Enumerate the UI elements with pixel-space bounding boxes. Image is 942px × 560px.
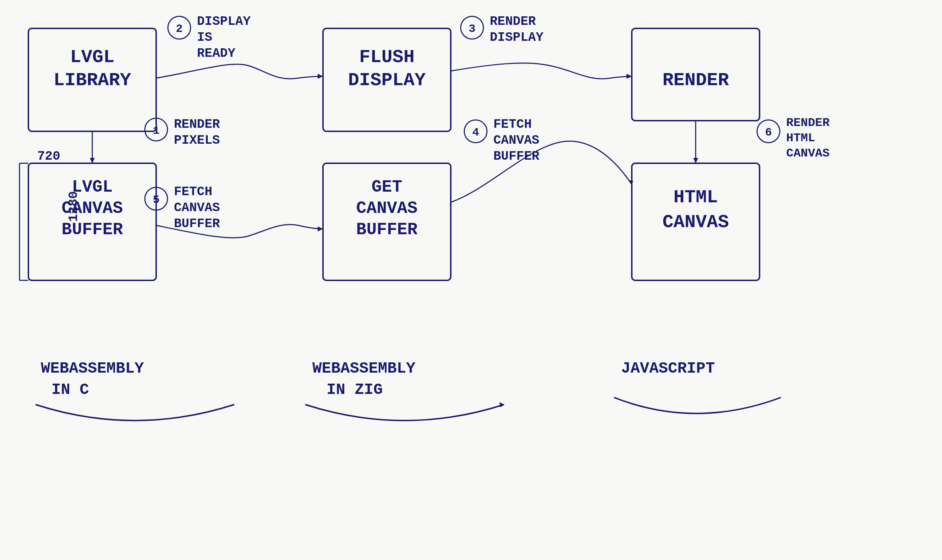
svg-text:LVGL: LVGL bbox=[70, 47, 115, 68]
svg-text:FLUSH: FLUSH bbox=[359, 47, 414, 68]
svg-text:WEBASSEMBLY: WEBASSEMBLY bbox=[312, 360, 416, 377]
diagram-svg: LVGL LIBRARY FLUSH DISPLAY RENDER LVGL C… bbox=[0, 0, 942, 560]
svg-text:BUFFER: BUFFER bbox=[62, 220, 123, 239]
svg-text:READY: READY bbox=[197, 46, 236, 61]
svg-text:PIXELS: PIXELS bbox=[174, 133, 220, 148]
svg-text:CANVAS: CANVAS bbox=[174, 200, 220, 215]
svg-text:DISPLAY: DISPLAY bbox=[490, 30, 544, 45]
svg-text:2: 2 bbox=[176, 22, 182, 35]
svg-text:IN  C: IN C bbox=[51, 381, 89, 398]
svg-text:5: 5 bbox=[152, 194, 159, 206]
diagram-container: LVGL LIBRARY FLUSH DISPLAY RENDER LVGL C… bbox=[0, 0, 942, 560]
svg-text:FETCH: FETCH bbox=[493, 117, 532, 132]
svg-text:FETCH: FETCH bbox=[174, 185, 212, 199]
svg-text:JAVASCRIPT: JAVASCRIPT bbox=[621, 360, 715, 377]
svg-text:RENDER: RENDER bbox=[174, 117, 220, 132]
svg-text:BUFFER: BUFFER bbox=[493, 149, 540, 164]
svg-text:1: 1 bbox=[152, 124, 159, 137]
svg-text:DISPLAY: DISPLAY bbox=[348, 70, 426, 91]
svg-text:RENDER: RENDER bbox=[786, 116, 830, 129]
svg-text:6: 6 bbox=[765, 126, 772, 139]
svg-text:BUFFER: BUFFER bbox=[356, 220, 418, 239]
svg-text:HTML: HTML bbox=[674, 187, 718, 208]
svg-text:CANVAS: CANVAS bbox=[786, 146, 830, 160]
svg-text:CANVAS: CANVAS bbox=[493, 133, 540, 148]
svg-text:LIBRARY: LIBRARY bbox=[54, 70, 131, 91]
svg-text:GET: GET bbox=[372, 177, 402, 197]
svg-text:CANVAS: CANVAS bbox=[356, 199, 418, 218]
svg-text:4: 4 bbox=[472, 126, 479, 139]
svg-text:RENDER: RENDER bbox=[662, 70, 729, 91]
svg-text:WEBASSEMBLY: WEBASSEMBLY bbox=[41, 360, 144, 377]
svg-text:IN ZIG: IN ZIG bbox=[326, 381, 383, 398]
svg-text:RENDER: RENDER bbox=[490, 14, 536, 29]
svg-text:3: 3 bbox=[468, 22, 475, 35]
svg-text:1280: 1280 bbox=[66, 191, 81, 222]
svg-text:BUFFER: BUFFER bbox=[174, 217, 220, 231]
svg-text:720: 720 bbox=[37, 149, 60, 164]
svg-text:DISPLAY: DISPLAY bbox=[197, 14, 251, 29]
svg-text:IS: IS bbox=[197, 30, 212, 45]
svg-text:HTML: HTML bbox=[786, 131, 815, 145]
svg-text:CANVAS: CANVAS bbox=[662, 212, 729, 233]
